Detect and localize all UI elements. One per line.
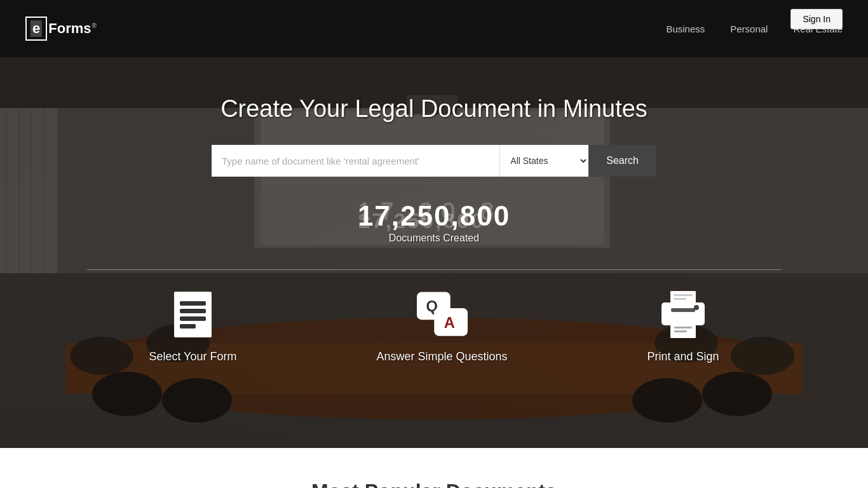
- counter-label: Documents Created: [358, 233, 510, 244]
- hero-content: Create Your Legal Document in Minutes Al…: [0, 57, 868, 363]
- logo-e: e: [31, 20, 42, 37]
- svg-rect-22: [174, 292, 212, 337]
- svg-rect-31: [670, 291, 696, 302]
- counter-overlay: 17,250,800: [358, 208, 485, 233]
- popular-section: Most Popular Documents: [0, 448, 868, 488]
- form-icon: [167, 289, 218, 340]
- svg-text:A: A: [444, 315, 454, 331]
- logo[interactable]: e Forms®: [25, 17, 97, 41]
- step-select-form-label: Select Your Form: [149, 350, 236, 363]
- svg-rect-23: [180, 301, 206, 306]
- nav-business[interactable]: Business: [666, 24, 705, 34]
- svg-rect-39: [674, 330, 687, 332]
- svg-rect-35: [671, 308, 695, 312]
- search-input[interactable]: [212, 145, 499, 177]
- svg-rect-33: [674, 298, 686, 300]
- search-button[interactable]: Search: [588, 145, 656, 177]
- logo-forms: Forms®: [48, 20, 97, 37]
- svg-rect-26: [180, 324, 196, 329]
- hero-divider: [87, 269, 782, 270]
- state-select[interactable]: All States AlabamaAlaskaArizona Californ…: [499, 145, 588, 177]
- hero-title: Create Your Legal Document in Minutes: [220, 95, 648, 123]
- counter-display: 1 7 , 2 0 · 8 17,250,800 17,250,800: [358, 202, 510, 230]
- svg-rect-24: [180, 309, 206, 313]
- step-answer-questions: Q A Answer Simple Questions: [376, 289, 507, 363]
- qa-icon: Q A: [417, 289, 468, 340]
- step-select-form: Select Your Form: [149, 289, 236, 363]
- hero-section: Create Your Legal Document in Minutes Al…: [0, 57, 868, 448]
- steps-section: Select Your Form Q A Answer Simple Quest…: [149, 289, 719, 363]
- svg-rect-38: [674, 327, 692, 329]
- svg-rect-25: [180, 316, 206, 321]
- popular-title: Most Popular Documents: [25, 480, 843, 488]
- printer-icon: [658, 289, 709, 340]
- header: e Forms® Business Personal Real Estate S…: [0, 0, 868, 57]
- step-print-sign-label: Print and Sign: [648, 350, 719, 363]
- svg-point-36: [694, 305, 699, 310]
- counter-section: 1 7 , 2 0 · 8 17,250,800 17,250,800 Docu…: [358, 202, 510, 244]
- sign-in-button[interactable]: Sign In: [790, 9, 843, 29]
- svg-rect-32: [674, 294, 693, 296]
- nav-personal[interactable]: Personal: [730, 24, 768, 34]
- logo-box: e: [25, 17, 47, 41]
- step-print-sign: Print and Sign: [648, 289, 719, 363]
- search-bar: All States AlabamaAlaskaArizona Californ…: [212, 145, 656, 177]
- step-answer-label: Answer Simple Questions: [376, 350, 507, 363]
